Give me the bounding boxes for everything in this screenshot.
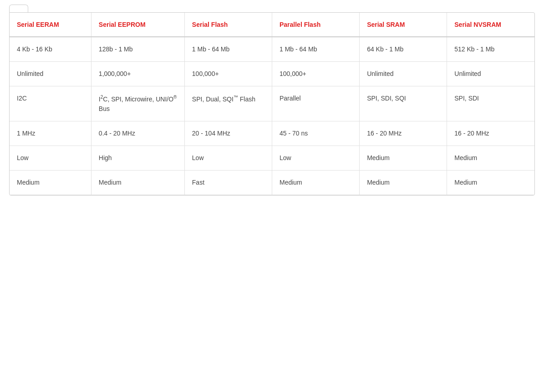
header-col-5: Serial NVSRAM xyxy=(447,13,534,37)
table-row: MediumMediumFastMediumMediumMedium xyxy=(10,170,534,195)
cell-3-3: 45 - 70 ns xyxy=(272,121,359,146)
table-row: I2CI2C, SPI, Microwire, UNI/O® BusSPI, D… xyxy=(10,86,534,121)
cell-1-2: 100,000+ xyxy=(184,62,272,86)
cell-2-2: SPI, Dual, SQI™ Flash xyxy=(184,86,272,121)
cell-2-4: SPI, SDI, SQI xyxy=(360,86,447,121)
header-col-3: Parallel Flash xyxy=(272,13,359,37)
cell-5-3: Medium xyxy=(272,170,359,195)
header-col-2: Serial Flash xyxy=(184,13,272,37)
page-container: Serial EERAMSerial EEPROMSerial FlashPar… xyxy=(0,0,544,392)
cell-2-5: SPI, SDI xyxy=(447,86,534,121)
cell-5-5: Medium xyxy=(447,170,534,195)
cell-2-0: I2C xyxy=(10,86,91,121)
cell-0-2: 1 Mb - 64 Mb xyxy=(184,37,272,62)
tab-area xyxy=(0,0,544,12)
table-row: Unlimited1,000,000+100,000+100,000+Unlim… xyxy=(10,62,534,86)
cell-5-0: Medium xyxy=(10,170,91,195)
cell-5-2: Fast xyxy=(184,170,272,195)
header-row: Serial EERAMSerial EEPROMSerial FlashPar… xyxy=(10,13,534,37)
cell-4-1: High xyxy=(91,146,184,170)
cell-4-5: Medium xyxy=(447,146,534,170)
cell-4-0: Low xyxy=(10,146,91,170)
cell-1-3: 100,000+ xyxy=(272,62,359,86)
cell-3-5: 16 - 20 MHz xyxy=(447,121,534,146)
cell-0-5: 512 Kb - 1 Mb xyxy=(447,37,534,62)
table-body: 4 Kb - 16 Kb128b - 1 Mb1 Mb - 64 Mb1 Mb … xyxy=(10,37,534,195)
cell-4-2: Low xyxy=(184,146,272,170)
cell-2-3: Parallel xyxy=(272,86,359,121)
table-row: 4 Kb - 16 Kb128b - 1 Mb1 Mb - 64 Mb1 Mb … xyxy=(10,37,534,62)
table-row: 1 MHz0.4 - 20 MHz20 - 104 MHz45 - 70 ns1… xyxy=(10,121,534,146)
cell-3-2: 20 - 104 MHz xyxy=(184,121,272,146)
cell-5-4: Medium xyxy=(360,170,447,195)
cell-4-4: Medium xyxy=(360,146,447,170)
comparison-table: Serial EERAMSerial EEPROMSerial FlashPar… xyxy=(10,13,534,195)
cell-5-1: Medium xyxy=(91,170,184,195)
table-wrapper: Serial EERAMSerial EEPROMSerial FlashPar… xyxy=(9,12,535,196)
header-col-0: Serial EERAM xyxy=(10,13,91,37)
cell-1-4: Unlimited xyxy=(360,62,447,86)
cell-4-3: Low xyxy=(272,146,359,170)
header-col-1: Serial EEPROM xyxy=(91,13,184,37)
table-row: LowHighLowLowMediumMedium xyxy=(10,146,534,170)
cell-1-0: Unlimited xyxy=(10,62,91,86)
cell-3-1: 0.4 - 20 MHz xyxy=(91,121,184,146)
cell-0-0: 4 Kb - 16 Kb xyxy=(10,37,91,62)
cell-3-4: 16 - 20 MHz xyxy=(360,121,447,146)
cell-1-1: 1,000,000+ xyxy=(91,62,184,86)
cell-0-3: 1 Mb - 64 Mb xyxy=(272,37,359,62)
table-header: Serial EERAMSerial EEPROMSerial FlashPar… xyxy=(10,13,534,37)
cell-0-1: 128b - 1 Mb xyxy=(91,37,184,62)
comparison-tab[interactable] xyxy=(9,5,28,12)
cell-3-0: 1 MHz xyxy=(10,121,91,146)
header-col-4: Serial SRAM xyxy=(360,13,447,37)
cell-2-1: I2C, SPI, Microwire, UNI/O® Bus xyxy=(91,86,184,121)
cell-1-5: Unlimited xyxy=(447,62,534,86)
cell-0-4: 64 Kb - 1 Mb xyxy=(360,37,447,62)
